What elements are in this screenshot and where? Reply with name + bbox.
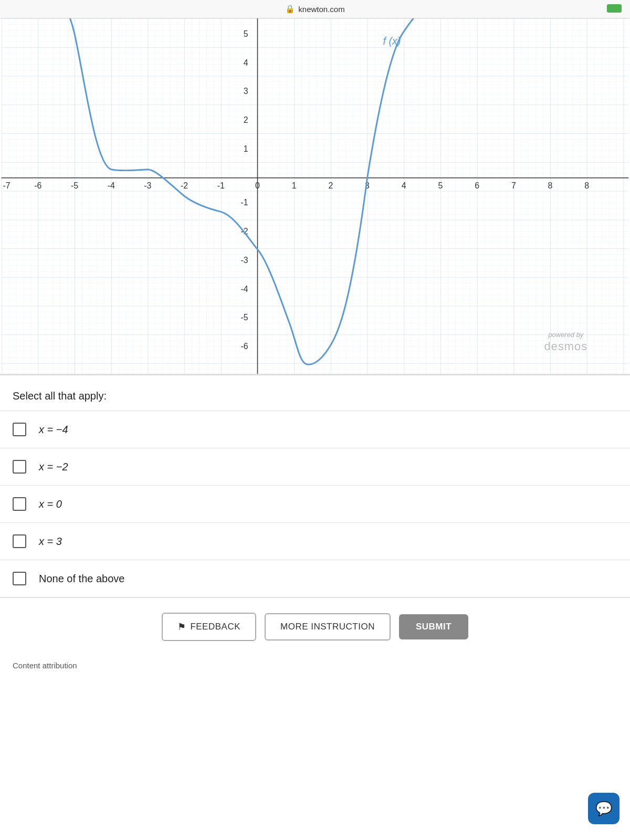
option-item-x-3[interactable]: x = 3 (0, 523, 630, 560)
svg-text:-1: -1 (240, 198, 248, 207)
option-item-none[interactable]: None of the above (0, 560, 630, 597)
svg-text:-3: -3 (144, 181, 151, 190)
svg-text:-7: -7 (3, 181, 10, 190)
checkbox-x-neg2[interactable] (13, 460, 26, 474)
feedback-icon: ⚑ (177, 621, 186, 633)
submit-label: SUBMIT (416, 622, 452, 632)
svg-text:7: 7 (511, 181, 516, 190)
svg-text:2: 2 (328, 181, 333, 190)
svg-text:8: 8 (548, 181, 553, 190)
site-url: knewton.com (298, 5, 344, 14)
svg-text:-2: -2 (181, 181, 188, 190)
svg-text:4: 4 (244, 58, 248, 67)
graph-container: 0 1 2 3 4 5 6 7 8 -1 -2 -3 -4 -5 -6 -7 8… (0, 18, 630, 375)
svg-text:-3: -3 (240, 256, 248, 265)
submit-button[interactable]: SUBMIT (399, 614, 468, 639)
svg-text:-4: -4 (240, 285, 248, 293)
svg-text:0: 0 (255, 181, 260, 190)
svg-text:1: 1 (244, 144, 248, 153)
battery-icon (607, 4, 622, 13)
top-bar: 🔒 knewton.com (0, 0, 630, 18)
lock-icon: 🔒 (285, 4, 295, 14)
svg-text:2: 2 (244, 116, 248, 124)
svg-text:-1: -1 (217, 181, 225, 190)
option-label-x-0: x = 0 (39, 498, 62, 510)
svg-text:8: 8 (584, 181, 589, 190)
feedback-label: FEEDBACK (190, 622, 240, 632)
svg-text:5: 5 (438, 181, 443, 190)
checkbox-x-3[interactable] (13, 534, 26, 548)
option-label-x-neg2: x = −2 (39, 461, 68, 473)
checkbox-none[interactable] (13, 572, 26, 585)
svg-text:4: 4 (402, 181, 406, 190)
svg-text:-5: -5 (71, 181, 78, 190)
svg-text:-6: -6 (240, 342, 248, 351)
footer-buttons: ⚑ FEEDBACK MORE INSTRUCTION SUBMIT (0, 597, 630, 656)
svg-text:1: 1 (292, 181, 297, 190)
more-instruction-label: MORE INSTRUCTION (280, 622, 375, 632)
option-item-x-neg2[interactable]: x = −2 (0, 448, 630, 486)
option-item-x-0[interactable]: x = 0 (0, 486, 630, 523)
svg-text:-6: -6 (34, 181, 41, 190)
svg-rect-2 (2, 18, 629, 374)
more-instruction-button[interactable]: MORE INSTRUCTION (265, 613, 391, 640)
chat-button[interactable]: 💬 (588, 793, 620, 824)
option-label-x-neg4: x = −4 (39, 424, 68, 436)
chat-icon: 💬 (595, 801, 612, 817)
options-list: x = −4 x = −2 x = 0 x = 3 None of the ab… (0, 411, 630, 597)
checkbox-x-neg4[interactable] (13, 423, 26, 436)
svg-text:3: 3 (244, 87, 248, 96)
svg-text:5: 5 (244, 29, 248, 38)
feedback-button[interactable]: ⚑ FEEDBACK (162, 613, 256, 641)
svg-text:-4: -4 (108, 181, 115, 190)
option-label-x-3: x = 3 (39, 536, 62, 548)
checkbox-x-0[interactable] (13, 497, 26, 511)
graph-svg: 0 1 2 3 4 5 6 7 8 -1 -2 -3 -4 -5 -6 -7 8… (0, 18, 630, 374)
svg-text:-5: -5 (240, 313, 248, 322)
svg-text:6: 6 (475, 181, 479, 190)
svg-text:desmos: desmos (544, 340, 588, 353)
option-label-none: None of the above (39, 573, 124, 585)
option-item-x-neg4[interactable]: x = −4 (0, 411, 630, 448)
question-instruction: Select all that apply: (0, 375, 630, 411)
svg-text:powered by: powered by (548, 331, 584, 339)
content-attribution: Content attribution (0, 656, 630, 701)
